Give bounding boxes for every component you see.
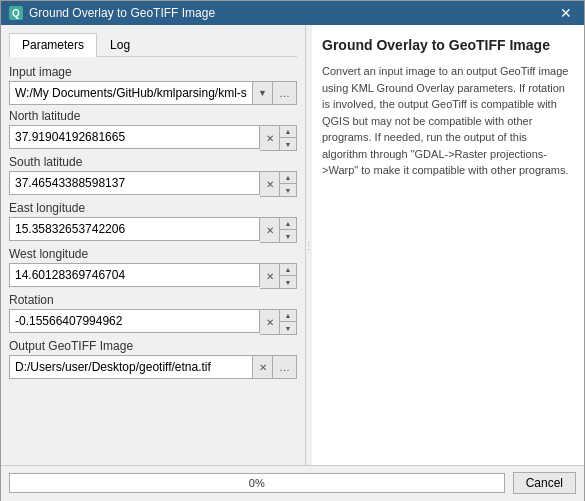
east-longitude-label: East longitude [9, 201, 297, 215]
rotation-clear-button[interactable]: ✕ [260, 309, 280, 335]
east-longitude-clear-button[interactable]: ✕ [260, 217, 280, 243]
tab-bar: Parameters Log [9, 33, 297, 57]
progress-bar-container: 0% [9, 473, 505, 493]
north-latitude-group: North latitude ✕ ▲ ▼ [9, 109, 297, 151]
right-panel: Ground Overlay to GeoTIFF Image Convert … [312, 25, 584, 465]
north-latitude-spinner: ▲ ▼ [280, 125, 297, 151]
window-title: Ground Overlay to GeoTIFF Image [29, 6, 215, 20]
output-image-field[interactable] [9, 355, 253, 379]
south-latitude-label: South latitude [9, 155, 297, 169]
east-longitude-field[interactable] [9, 217, 260, 241]
east-longitude-up-button[interactable]: ▲ [280, 218, 296, 230]
input-image-browse-button[interactable]: … [273, 81, 297, 105]
input-image-row: ▼ … [9, 81, 297, 105]
south-latitude-up-button[interactable]: ▲ [280, 172, 296, 184]
progress-row: 0% Cancel [1, 466, 584, 500]
east-longitude-group: East longitude ✕ ▲ ▼ [9, 201, 297, 243]
app-icon: Q [9, 6, 23, 20]
south-latitude-row: ✕ ▲ ▼ [9, 171, 297, 197]
south-latitude-down-button[interactable]: ▼ [280, 184, 296, 196]
title-bar-left: Q Ground Overlay to GeoTIFF Image [9, 6, 215, 20]
west-longitude-group: West longitude ✕ ▲ ▼ [9, 247, 297, 289]
tab-log[interactable]: Log [97, 33, 143, 56]
output-image-browse-button[interactable]: … [273, 355, 297, 379]
help-text: Convert an input image to an output GeoT… [322, 63, 574, 179]
output-image-label: Output GeoTIFF Image [9, 339, 297, 353]
rotation-label: Rotation [9, 293, 297, 307]
west-longitude-label: West longitude [9, 247, 297, 261]
bottom-bar: 0% Cancel Run as Batch Process... Run Cl… [1, 465, 584, 501]
cancel-button[interactable]: Cancel [513, 472, 576, 494]
progress-label: 0% [249, 477, 265, 489]
rotation-down-button[interactable]: ▼ [280, 322, 296, 334]
west-longitude-field[interactable] [9, 263, 260, 287]
west-longitude-up-button[interactable]: ▲ [280, 264, 296, 276]
rotation-row: ✕ ▲ ▼ [9, 309, 297, 335]
output-image-group: Output GeoTIFF Image ✕ … [9, 339, 297, 379]
content-area: Parameters Log Input image ▼ … North lat… [1, 25, 584, 465]
rotation-group: Rotation ✕ ▲ ▼ [9, 293, 297, 335]
south-latitude-group: South latitude ✕ ▲ ▼ [9, 155, 297, 197]
main-window: Q Ground Overlay to GeoTIFF Image ✕ Para… [0, 0, 585, 501]
input-image-group: Input image ▼ … [9, 65, 297, 105]
south-latitude-clear-button[interactable]: ✕ [260, 171, 280, 197]
parameters-panel: Input image ▼ … North latitude ✕ ▲ [9, 65, 297, 457]
input-image-dropdown-icon[interactable]: ▼ [253, 81, 273, 105]
title-bar: Q Ground Overlay to GeoTIFF Image ✕ [1, 1, 584, 25]
north-latitude-label: North latitude [9, 109, 297, 123]
east-longitude-spinner: ▲ ▼ [280, 217, 297, 243]
west-longitude-spinner: ▲ ▼ [280, 263, 297, 289]
east-longitude-row: ✕ ▲ ▼ [9, 217, 297, 243]
west-longitude-clear-button[interactable]: ✕ [260, 263, 280, 289]
input-image-field[interactable] [9, 81, 253, 105]
east-longitude-down-button[interactable]: ▼ [280, 230, 296, 242]
left-panel: Parameters Log Input image ▼ … North lat… [1, 25, 306, 465]
rotation-field[interactable] [9, 309, 260, 333]
output-image-row: ✕ … [9, 355, 297, 379]
north-latitude-field[interactable] [9, 125, 260, 149]
south-latitude-field[interactable] [9, 171, 260, 195]
west-longitude-row: ✕ ▲ ▼ [9, 263, 297, 289]
west-longitude-down-button[interactable]: ▼ [280, 276, 296, 288]
rotation-spinner: ▲ ▼ [280, 309, 297, 335]
north-latitude-row: ✕ ▲ ▼ [9, 125, 297, 151]
rotation-up-button[interactable]: ▲ [280, 310, 296, 322]
north-latitude-down-button[interactable]: ▼ [280, 138, 296, 150]
output-image-clear-button[interactable]: ✕ [253, 355, 273, 379]
help-title: Ground Overlay to GeoTIFF Image [322, 37, 574, 53]
north-latitude-up-button[interactable]: ▲ [280, 126, 296, 138]
window-close-button[interactable]: ✕ [556, 6, 576, 20]
input-image-label: Input image [9, 65, 297, 79]
south-latitude-spinner: ▲ ▼ [280, 171, 297, 197]
north-latitude-clear-button[interactable]: ✕ [260, 125, 280, 151]
tab-parameters[interactable]: Parameters [9, 33, 97, 57]
